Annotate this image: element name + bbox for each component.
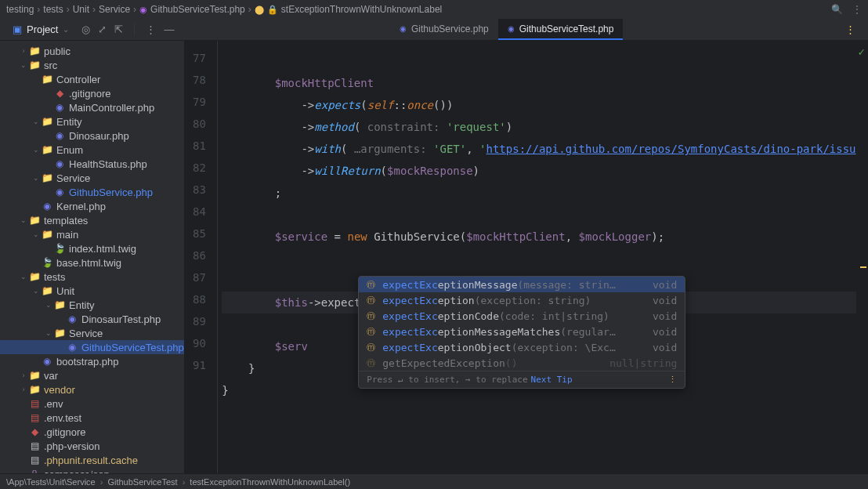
tree-item[interactable]: ◉GithubService.php — [0, 185, 184, 199]
line-number[interactable]: 88 — [184, 288, 206, 310]
line-number[interactable]: 87 — [184, 266, 206, 288]
line-number[interactable]: 82 — [184, 157, 206, 179]
minimize-icon[interactable]: — — [164, 24, 174, 35]
tree-item[interactable]: 📁Controller — [0, 72, 184, 86]
line-number[interactable]: 81 — [184, 135, 206, 157]
project-selector[interactable]: ▣ Project ⌄ — [6, 22, 75, 37]
project-tree[interactable]: ›📁public⌄📁src📁Controller◆.gitignore◉Main… — [0, 41, 184, 473]
tree-item[interactable]: ⌄📁main — [0, 227, 184, 241]
line-number[interactable]: 91 — [184, 354, 206, 376]
line-number[interactable]: 85 — [184, 223, 206, 244]
tree-arrow-icon[interactable]: ⌄ — [31, 174, 41, 182]
tree-arrow-icon[interactable]: ⌄ — [31, 230, 41, 238]
tree-item[interactable]: ◉Dinosaur.php — [0, 129, 184, 143]
status-namespace[interactable]: \App\Tests\Unit\Service — [6, 477, 96, 487]
code-line[interactable]: ->method( constraint: 'request') — [222, 116, 855, 138]
tree-item[interactable]: {}composer.json — [0, 467, 184, 473]
code-area[interactable]: $mockHttpClient ->expects(self::once()) … — [222, 41, 855, 473]
tree-item[interactable]: ⌄📁Entity — [0, 114, 184, 129]
breadcrumb-1[interactable]: tests — [43, 4, 63, 15]
search-icon[interactable]: 🔍 — [831, 4, 843, 15]
breadcrumb-4[interactable]: GithubServiceTest.php — [150, 4, 245, 15]
autocomplete-popup[interactable]: ⓜ expectExceptionMessage(message: strin…… — [358, 276, 685, 389]
status-method[interactable]: testExceptionThrownWithUnknownLabel() — [190, 477, 350, 487]
tree-item[interactable]: ▤.phpunit.result.cache — [0, 453, 184, 467]
breadcrumb-5[interactable]: stExceptionThrownWithUnknownLabel — [281, 4, 442, 15]
expand-icon[interactable]: ⤢ — [98, 24, 107, 35]
collapse-icon[interactable]: ⇱ — [114, 24, 123, 35]
code-line[interactable]: ->willReturn($mockResponse) — [222, 160, 855, 182]
line-number[interactable]: 79 — [184, 91, 206, 113]
tree-item[interactable]: ◉DinosaurTest.php — [0, 312, 184, 326]
breadcrumb-2[interactable]: Unit — [73, 4, 89, 15]
code-line[interactable]: ; — [222, 182, 855, 204]
tree-item[interactable]: ◉MainController.php — [0, 100, 184, 114]
tree-item[interactable]: ▤.env — [0, 397, 184, 411]
tree-item[interactable]: ›📁var — [0, 368, 184, 382]
breadcrumb-0[interactable]: testing — [6, 4, 34, 15]
tree-item[interactable]: ◉HealthStatus.php — [0, 157, 184, 171]
tree-item[interactable]: ⌄📁tests — [0, 270, 184, 284]
tree-item[interactable]: ▤.php-version — [0, 439, 184, 453]
more-icon[interactable]: ⋮ — [839, 24, 862, 35]
tree-item[interactable]: 🍃index.html.twig — [0, 241, 184, 255]
code-line[interactable]: ->expects(self::once()) — [222, 94, 855, 116]
tree-item[interactable]: ⌄📁Service — [0, 171, 184, 185]
code-line[interactable] — [222, 248, 855, 270]
autocomplete-item[interactable]: ⓜ expectExceptionMessageMatches(regular…… — [359, 324, 685, 339]
tree-item[interactable]: ⌄📁templates — [0, 213, 184, 227]
tree-item[interactable]: ◉GithubServiceTest.php — [0, 340, 184, 354]
tab-github-service[interactable]: ◉ GithubService.php — [390, 19, 498, 40]
tree-item[interactable]: ◆.gitignore — [0, 425, 184, 439]
tree-item[interactable]: ◆.gitignore — [0, 86, 184, 100]
tree-arrow-icon[interactable]: ⌄ — [19, 61, 28, 69]
tree-arrow-icon[interactable]: ⌄ — [19, 273, 28, 281]
warning-marker[interactable] — [860, 266, 866, 268]
tree-item[interactable]: ◉Kernel.php — [0, 199, 184, 213]
tree-arrow-icon[interactable]: ⌄ — [44, 329, 53, 337]
code-line[interactable]: ->with( …arguments: 'GET', 'https://api.… — [222, 138, 855, 160]
tree-arrow-icon[interactable]: ⌄ — [19, 216, 28, 224]
tree-arrow-icon[interactable]: › — [19, 47, 28, 55]
tree-item[interactable]: ⌄📁Enum — [0, 143, 184, 157]
more-icon[interactable]: ⋮ — [852, 4, 862, 15]
tree-item[interactable]: ⌄📁Unit — [0, 284, 184, 298]
line-number[interactable]: 80 — [184, 113, 206, 135]
code-line[interactable]: $service = new GithubService($mockHttpCl… — [222, 226, 855, 248]
tree-arrow-icon[interactable]: ⌄ — [44, 301, 53, 309]
line-number[interactable]: 77 — [184, 47, 206, 69]
line-number[interactable]: 78 — [184, 69, 206, 91]
line-number[interactable]: 86 — [184, 244, 206, 266]
tab-github-service-test[interactable]: ◉ GithubServiceTest.php — [498, 19, 624, 40]
tree-item[interactable]: ⌄📁Service — [0, 326, 184, 340]
tree-arrow-icon[interactable]: › — [19, 371, 28, 379]
autocomplete-item[interactable]: ⓜ expectExceptionCode(code: int|string) … — [359, 308, 685, 324]
breadcrumb-3[interactable]: Service — [99, 4, 130, 15]
autocomplete-item[interactable]: ⓜ expectExceptionObject(exception: \Exc…… — [359, 339, 685, 355]
tree-item[interactable]: ◉bootstrap.php — [0, 354, 184, 368]
tree-arrow-icon[interactable]: ⌄ — [31, 287, 41, 295]
next-tip-link[interactable]: Next Tip — [531, 375, 573, 385]
tree-arrow-icon[interactable]: › — [19, 386, 28, 393]
tree-item[interactable]: ▤.env.test — [0, 411, 184, 425]
line-number[interactable]: 89 — [184, 310, 206, 332]
code-line[interactable] — [222, 204, 855, 226]
tree-item[interactable]: ⌄📁src — [0, 58, 184, 72]
autocomplete-item[interactable]: ⓜ getExpectedException() null|string — [359, 355, 685, 371]
autocomplete-item[interactable]: ⓜ expectException(exception: string) voi… — [359, 292, 685, 308]
tree-item[interactable]: ›📁public — [0, 44, 184, 58]
more-icon[interactable]: ⋮ — [668, 375, 677, 385]
more-icon[interactable]: ⋮ — [146, 24, 156, 35]
status-class[interactable]: GithubServiceTest — [107, 477, 177, 487]
code-editor[interactable]: 777879808182838485868788899091 $mockHttp… — [184, 41, 868, 473]
code-line[interactable]: $mockHttpClient — [222, 72, 855, 94]
tree-arrow-icon[interactable]: ⌄ — [31, 146, 41, 154]
line-number[interactable]: 84 — [184, 201, 206, 223]
tree-item[interactable]: ›📁vendor — [0, 382, 184, 397]
target-icon[interactable]: ◎ — [81, 24, 90, 35]
line-number[interactable]: 90 — [184, 332, 206, 354]
line-number[interactable]: 83 — [184, 179, 206, 201]
tree-item[interactable]: ⌄📁Entity — [0, 298, 184, 312]
autocomplete-item[interactable]: ⓜ expectExceptionMessage(message: strin…… — [359, 277, 685, 292]
tree-item[interactable]: 🍃base.html.twig — [0, 255, 184, 270]
